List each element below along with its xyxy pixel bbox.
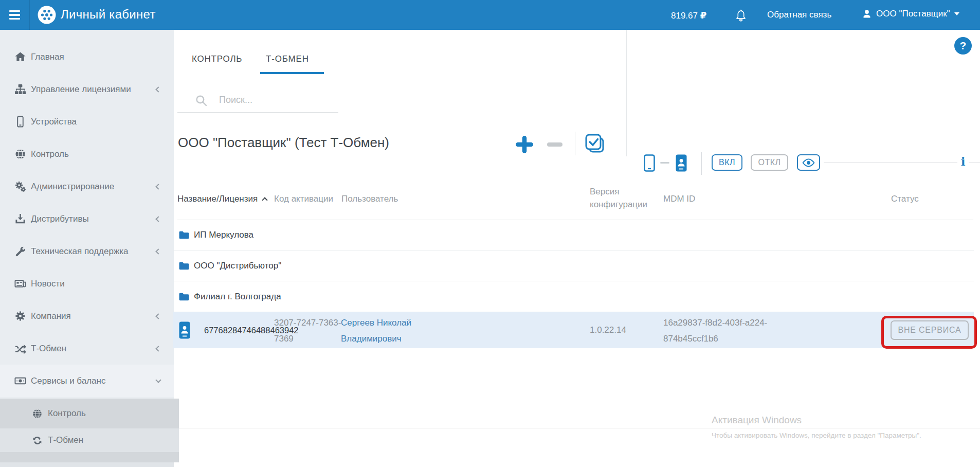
info-icon[interactable]: i [957,154,969,168]
sort-asc-icon [262,197,268,203]
app-window: Личный кабинет 819.67 ₽ Обратная связь О… [0,0,980,467]
enable-button[interactable]: ВКЛ [712,154,742,171]
windows-activation-watermark-title: Активация Windows [712,415,802,426]
disable-button[interactable]: ОТКЛ [751,154,788,171]
sidebar-item-news[interactable]: Новости [0,267,174,300]
table-row-device-selected[interactable]: 67768284746488463942 3207-7247-7363-7369… [173,312,974,348]
shuffle-icon [14,343,26,354]
help-button[interactable]: ? [954,37,972,55]
chevron-left-icon [155,184,161,189]
top-header-bar: Личный кабинет 819.67 ₽ Обратная связь О… [0,0,980,30]
feedback-link[interactable]: Обратная связь [767,10,831,20]
download-icon [14,213,26,225]
controls-divider [701,152,702,175]
mobile-icon [14,116,26,128]
folder-icon [178,230,190,242]
tab-t-exchange[interactable]: Т-ОБМЕН [266,54,309,64]
sidebar-item-distributives[interactable]: Дистрибутивы [0,203,174,235]
multi-select-icon[interactable] [585,133,605,156]
chevron-left-icon [155,86,161,92]
add-button[interactable] [516,136,533,155]
ruble-icon: ₽ [700,10,707,21]
folder-icon [178,261,190,273]
sidebar-item-administration[interactable]: Администрирование [0,170,174,203]
search-icon [195,94,208,109]
newspaper-icon [14,278,26,290]
sidebar-partial-row [0,452,179,462]
app-logo-icon [37,5,57,27]
device-user-link[interactable]: Сергеев Николай Владимирович [341,315,422,347]
chevron-down-icon [155,377,161,383]
wrench-icon [14,245,26,257]
chevron-left-icon [155,248,161,254]
phone-user-icon[interactable] [676,154,687,174]
folder-name: ООО "Дистрибьютор" [194,250,281,281]
column-header-user[interactable]: Пользователь [341,194,398,204]
sidebar-item-tech-support[interactable]: Техническая поддержка [0,235,174,267]
sidebar-item-t-exchange[interactable]: Т-Обмен [0,332,174,365]
search-underline [177,112,338,113]
chevron-down-icon [954,12,959,18]
sidebar-subitem-t-exchange[interactable]: Т-Обмен [0,428,179,452]
chevron-left-icon [155,216,161,222]
sidebar-item-home[interactable]: Главная [0,41,174,73]
notifications-bell-icon[interactable] [734,8,748,24]
sidebar-item-license-management[interactable]: Управление лицензиями [0,73,174,105]
device-config-version: 1.0.22.14 [590,312,626,348]
sidebar-item-services-balance[interactable]: Сервисы и баланс [0,365,174,397]
toolbar-divider [575,132,575,155]
chevron-left-icon [155,313,161,319]
column-header-config-version[interactable]: Версия конфигурации [590,185,667,211]
windows-activation-watermark-subtitle: Чтобы активировать Windows, перейдите в … [712,432,921,439]
folder-icon [178,292,190,303]
device-mdm-id: 16a29837-f8d2-403f-a224-874b45ccf1b6 [663,315,775,347]
account-name: ООО "Поставщик" [876,9,950,19]
annotation-highlight-rect [881,316,977,349]
column-header-mdm-id[interactable]: MDM ID [663,194,695,204]
device-activation-code: 3207-7247-7363-7369 [274,315,342,347]
eye-icon [802,158,815,167]
sidebar-partial-row [0,462,174,467]
column-header-activation-code[interactable]: Код активации [274,194,333,204]
active-tab-underline [260,72,324,74]
group-title: ООО "Поставщик" (Тест Т-Обмен) [178,135,389,151]
folder-name: ИП Меркулова [194,220,253,250]
sitemap-icon [14,83,26,95]
gears-icon [14,181,26,192]
home-icon [14,51,26,63]
refresh-icon [32,435,43,446]
sidebar-subitem-control[interactable]: Контроль [0,399,179,428]
column-header-status[interactable]: Статус [891,194,919,204]
table-row-folder[interactable]: ООО "Дистрибьютор" [173,250,974,281]
sidebar-item-control[interactable]: Контроль [0,138,174,170]
search-input[interactable] [219,93,330,107]
panel-divider [626,30,627,156]
hamburger-menu-button[interactable] [0,0,30,30]
user-icon [862,9,872,19]
page-title: Личный кабинет [61,7,156,22]
tab-control[interactable]: КОНТРОЛЬ [192,54,242,64]
globe-icon [14,148,26,160]
table-row-folder[interactable]: Филиал г. Волгограда [173,281,974,312]
remove-button[interactable] [547,142,562,147]
dash-separator [660,162,669,164]
view-button[interactable] [797,154,820,171]
money-icon [14,375,26,387]
table-row-folder[interactable]: ИП Меркулова [173,220,974,250]
account-menu[interactable]: ООО "Поставщик" [862,9,959,19]
column-header-name-license[interactable]: Название/Лицензия [177,194,267,204]
chevron-left-icon [155,346,161,351]
phone-outline-icon[interactable] [644,154,655,174]
content-bottom-border [177,428,980,428]
folder-name: Филиал г. Волгограда [194,281,281,312]
gear-icon [14,310,26,322]
balance-amount[interactable]: 819.67 ₽ [671,10,706,21]
sidebar-item-devices[interactable]: Устройства [0,105,174,138]
globe-icon [32,408,43,419]
device-phone-user-icon [179,321,190,341]
info-divider-line [824,163,980,163]
sidebar-item-company[interactable]: Компания [0,300,174,332]
